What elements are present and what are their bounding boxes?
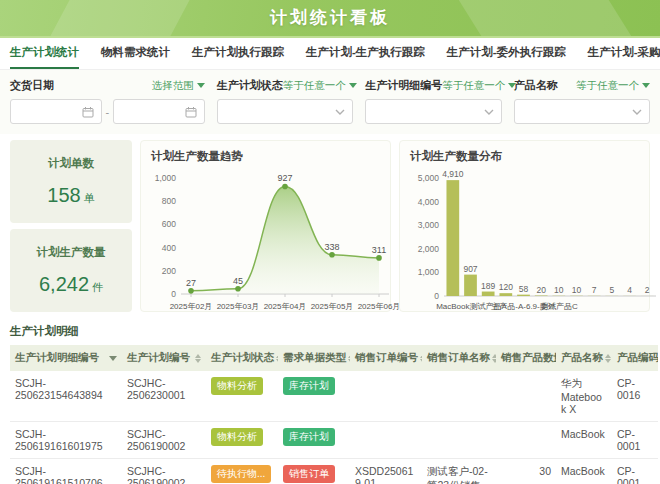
column-header-6[interactable]: 销售产品数量 xyxy=(496,345,556,371)
svg-text:927: 927 xyxy=(277,173,292,183)
filter-plan-detail-no: 生产计明细编号 等于任意一个 xyxy=(365,78,501,124)
filter-arrow-icon[interactable] xyxy=(109,356,117,361)
stat-column: 计划单数 158单 计划生产数量 6,242件 xyxy=(10,140,132,312)
column-label: 生产计划明细编号 xyxy=(15,351,99,365)
table-header-row: 生产计划明细编号生产计划编号生产计划状态需求单据类型销售订单编号销售订单名称销售… xyxy=(10,345,658,371)
stat-card-plan-qty: 计划生产数量 6,242件 xyxy=(10,229,132,312)
table-cell: 物料分析 xyxy=(206,371,278,422)
filter-plan-detail-no-op[interactable]: 等于任意一个 xyxy=(442,79,516,93)
table-row: SCJH-250619161601975SCJHC-2506190002物料分析… xyxy=(10,422,658,459)
status-badge: 物料分析 xyxy=(211,428,263,446)
table-cell xyxy=(496,371,556,422)
sort-icon[interactable] xyxy=(195,354,201,363)
svg-text:338: 338 xyxy=(324,242,339,252)
table-cell: CP-0016 xyxy=(612,371,658,422)
column-header-0[interactable]: 生产计划明细编号 xyxy=(10,345,122,371)
table-cell: 华为Matebook X xyxy=(556,371,612,422)
app-header: 计划统计看板 xyxy=(0,0,660,38)
column-header-8[interactable]: 产品编码 xyxy=(612,345,658,371)
svg-text:189: 189 xyxy=(481,281,495,291)
svg-text:2025年06月: 2025年06月 xyxy=(358,302,399,311)
filter-plan-status-op[interactable]: 等于任意一个 xyxy=(283,79,357,93)
svg-text:2025年03月: 2025年03月 xyxy=(217,302,260,311)
svg-text:5,000: 5,000 xyxy=(418,173,440,183)
column-label: 销售订单名称 xyxy=(427,351,490,365)
tab-3[interactable]: 生产计划-生产执行跟踪 xyxy=(306,38,425,69)
distribution-chart-card: 计划生产数量分布 01,0002,0003,0004,0005,0004,910… xyxy=(399,140,650,312)
table-cell: CP-0001 xyxy=(612,459,658,484)
table-cell xyxy=(496,422,556,459)
svg-text:4,000: 4,000 xyxy=(418,197,440,207)
table-cell: SCJHC-2506190002 xyxy=(122,422,206,459)
table-cell: SCJHC-2506190002 xyxy=(122,459,206,484)
table-cell: 测试客户-02-第23份销售订单 xyxy=(422,459,496,484)
product-name-select[interactable] xyxy=(514,99,650,124)
column-header-1[interactable]: 生产计划编号 xyxy=(122,345,206,371)
svg-text:58: 58 xyxy=(519,284,529,294)
table-cell: MacBook xyxy=(556,459,612,484)
stat-title: 计划单数 xyxy=(14,156,128,171)
svg-text:2025年05月: 2025年05月 xyxy=(311,302,354,311)
svg-text:1,000: 1,000 xyxy=(418,267,440,277)
tab-4[interactable]: 生产计划-委外执行跟踪 xyxy=(447,38,566,69)
tab-2[interactable]: 生产计划执行跟踪 xyxy=(192,38,284,69)
sort-icon[interactable] xyxy=(348,354,350,363)
filter-delivery-date-op[interactable]: 选择范围 xyxy=(152,79,205,93)
svg-text:2025年04月: 2025年04月 xyxy=(264,302,307,311)
calendar-icon[interactable] xyxy=(185,106,197,118)
filter-plan-detail-no-label: 生产计明细编号 xyxy=(365,78,442,93)
filter-product-name-op[interactable]: 等于任意一个 xyxy=(576,79,650,93)
svg-text:600: 600 xyxy=(162,219,176,229)
filter-plan-status: 生产计划状态 等于任意一个 xyxy=(217,78,353,124)
column-header-3[interactable]: 需求单据类型 xyxy=(278,345,350,371)
svg-text:测试产品C: 测试产品C xyxy=(540,302,578,311)
column-label: 生产计划状态 xyxy=(211,351,274,365)
svg-text:10: 10 xyxy=(572,285,582,295)
svg-text:311: 311 xyxy=(372,245,386,255)
tab-1[interactable]: 物料需求统计 xyxy=(101,38,170,69)
page-title: 计划统计看板 xyxy=(0,0,660,36)
svg-text:5: 5 xyxy=(609,285,614,295)
sort-icon[interactable] xyxy=(492,354,496,363)
svg-text:200: 200 xyxy=(162,266,176,276)
sort-icon[interactable] xyxy=(605,354,611,363)
status-badge: 物料分析 xyxy=(211,377,263,395)
calendar-icon[interactable] xyxy=(82,106,94,118)
column-label: 产品编码 xyxy=(617,351,658,365)
chevron-down-icon xyxy=(484,109,494,115)
svg-text:2,000: 2,000 xyxy=(418,244,440,254)
sort-icon[interactable] xyxy=(276,354,278,363)
column-label: 需求单据类型 xyxy=(283,351,346,365)
date-range-separator: - xyxy=(106,106,110,118)
svg-text:10: 10 xyxy=(554,285,564,295)
plan-status-select[interactable] xyxy=(217,99,353,124)
status-badge: 库存计划 xyxy=(283,377,335,395)
stat-value: 6,242件 xyxy=(14,273,128,296)
tab-0[interactable]: 生产计划统计 xyxy=(10,38,79,69)
table-title: 生产计划明细 xyxy=(10,324,650,339)
column-header-4[interactable]: 销售订单编号 xyxy=(350,345,422,371)
trend-chart-card: 计划生产数量趋势 02004006008001,000272025年02月452… xyxy=(140,140,391,312)
filter-product-name-label: 产品名称 xyxy=(514,78,558,93)
column-label: 销售产品数量 xyxy=(501,351,556,365)
svg-text:2025年02月: 2025年02月 xyxy=(170,302,213,311)
column-header-2[interactable]: 生产计划状态 xyxy=(206,345,278,371)
table-cell: XSDD250619-01 xyxy=(350,459,422,484)
date-end-input[interactable] xyxy=(113,99,205,124)
column-header-5[interactable]: 销售订单名称 xyxy=(422,345,496,371)
plan-detail-no-select[interactable] xyxy=(365,99,501,124)
dropdown-arrow-icon xyxy=(642,83,650,88)
table-cell xyxy=(422,422,496,459)
svg-text:400: 400 xyxy=(162,243,176,253)
sort-icon[interactable] xyxy=(420,354,422,363)
dropdown-arrow-icon xyxy=(197,83,205,88)
date-start-input[interactable] xyxy=(10,99,102,124)
column-label: 生产计划编号 xyxy=(127,351,190,365)
svg-text:0: 0 xyxy=(434,291,439,301)
table-cell: 销售订单 xyxy=(278,459,350,484)
column-header-7[interactable]: 产品名称 xyxy=(556,345,612,371)
table-cell: 库存计划 xyxy=(278,422,350,459)
table-cell: MacBook xyxy=(556,422,612,459)
tab-5[interactable]: 生产计划-采购执行跟踪 xyxy=(588,38,660,69)
svg-text:MacBook: MacBook xyxy=(436,302,470,311)
